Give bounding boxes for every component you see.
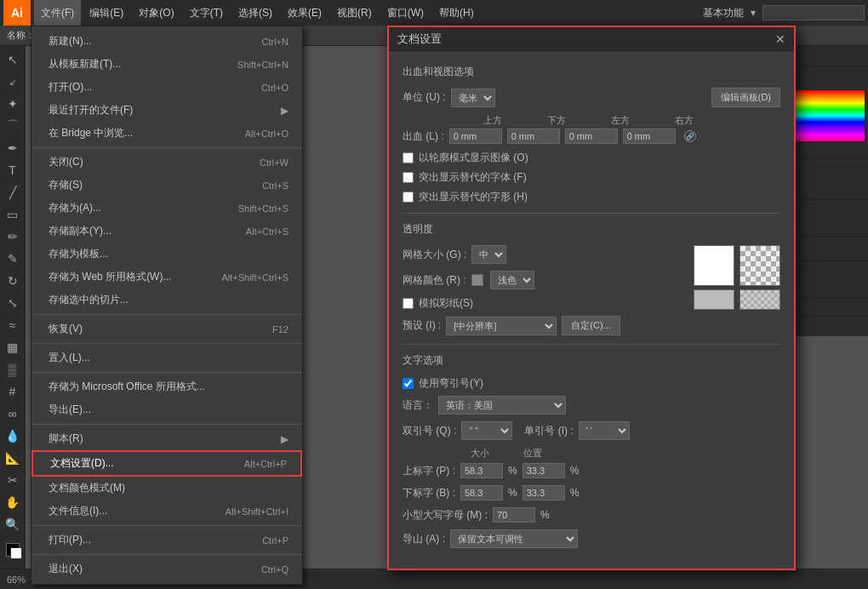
- tool-rect[interactable]: ▭: [3, 204, 23, 225]
- unit-select[interactable]: 毫米: [451, 89, 495, 107]
- stroke-color[interactable]: [10, 547, 22, 559]
- grid-size-select[interactable]: 中: [471, 245, 506, 264]
- menu-new-template[interactable]: 从模板新建(T)... Shift+Ctrl+N: [31, 53, 302, 76]
- tool-mesh[interactable]: #: [3, 381, 23, 402]
- menu-item-help[interactable]: 帮助(H): [432, 0, 481, 26]
- preset-select[interactable]: [中分辨率]: [446, 317, 557, 335]
- menu-item-select[interactable]: 选择(S): [231, 0, 279, 26]
- double-quote-select[interactable]: " ": [461, 421, 512, 440]
- menu-save-web[interactable]: 存储为 Web 所用格式(W)... Alt+Shift+Ctrl+S: [31, 266, 302, 289]
- outline-checkbox-row: 以轮廓模式显示图像 (O): [403, 151, 780, 165]
- custom-button[interactable]: 自定(C)...: [562, 316, 620, 335]
- superscript-size-input[interactable]: [460, 463, 503, 478]
- tool-select[interactable]: ↖: [3, 49, 23, 70]
- tool-slice[interactable]: ✂: [3, 470, 23, 490]
- grid-color-row: 网格颜色 (R) : 浅色: [403, 271, 683, 289]
- app-logo: Ai: [3, 0, 31, 26]
- tool-rotate[interactable]: ↻: [3, 271, 23, 291]
- use-quotes-checkbox[interactable]: [403, 378, 414, 389]
- outline-checkbox[interactable]: [403, 152, 414, 163]
- export-select[interactable]: 保留文本可调性: [450, 529, 578, 548]
- tool-lasso[interactable]: ⌒: [3, 116, 23, 136]
- menu-close-shortcut: Ctrl+W: [260, 157, 288, 168]
- menu-item-object[interactable]: 对象(O): [132, 0, 180, 26]
- menu-scripts[interactable]: 脚本(R) ▶: [31, 427, 302, 450]
- highlight-fonts-row: 突出显示替代的字体 (F): [403, 170, 780, 185]
- menu-close[interactable]: 关闭(C) Ctrl+W: [31, 151, 302, 174]
- fill-color[interactable]: [6, 543, 20, 557]
- menu-bridge[interactable]: 在 Bridge 中浏览... Alt+Ctrl+O: [31, 122, 302, 145]
- tool-line[interactable]: ╱: [3, 182, 23, 203]
- bleed-top-input[interactable]: [449, 129, 502, 144]
- top-label: 上方: [460, 114, 524, 127]
- menu-item-edit[interactable]: 编辑(E): [83, 0, 130, 26]
- tool-paintbrush[interactable]: ✏: [3, 226, 23, 247]
- workspace-arrow[interactable]: ▾: [751, 7, 756, 19]
- subscript-pos-input[interactable]: [523, 485, 565, 500]
- bleed-right-input[interactable]: [623, 129, 676, 144]
- menu-exit[interactable]: 退出(X) Ctrl+Q: [31, 558, 302, 580]
- menu-save-ms[interactable]: 存储为 Microsoft Office 所用格式...: [31, 375, 302, 398]
- highlight-fonts-checkbox[interactable]: [403, 172, 414, 183]
- grid-color-select[interactable]: 浅色: [490, 271, 534, 289]
- superscript-pos-input[interactable]: [523, 463, 565, 478]
- menu-open[interactable]: 打开(O)... Ctrl+O: [31, 76, 302, 99]
- transparency-controls: 网格大小 (G) : 中 网格颜色 (R) : 浅色 模拟彩纸(S): [403, 245, 683, 316]
- tool-type[interactable]: T: [3, 160, 23, 180]
- menu-save-template[interactable]: 存储为模板...: [31, 243, 302, 266]
- menu-item-effect[interactable]: 效果(E): [281, 0, 328, 26]
- menu-export[interactable]: 导出(E)...: [31, 398, 302, 421]
- language-select[interactable]: 英语：美国: [438, 396, 566, 415]
- workspace-label: 基本功能: [703, 6, 744, 20]
- menu-print[interactable]: 打印(P)... Ctrl+P: [31, 529, 302, 552]
- simulate-paper-checkbox[interactable]: [403, 298, 414, 309]
- menu-new[interactable]: 新建(N)... Ctrl+N: [31, 30, 302, 53]
- tool-pen[interactable]: ✒: [3, 138, 23, 158]
- subscript-size-input[interactable]: [460, 485, 503, 500]
- tool-blend[interactable]: ∞: [3, 403, 23, 424]
- link-icon: 🔗: [686, 133, 694, 140]
- tool-hand[interactable]: ✋: [3, 492, 23, 512]
- menu-place[interactable]: 置入(L)...: [31, 346, 302, 369]
- document-settings-dialog: 文档设置 ✕ 出血和视图选项 单位 (U) : 毫米 编辑画板(D) 上方 下方…: [387, 26, 796, 570]
- tool-warp[interactable]: ≈: [3, 315, 23, 335]
- menu-recent[interactable]: 最近打开的文件(F) ▶: [31, 99, 302, 122]
- menu-item-file[interactable]: 文件(F): [34, 0, 81, 26]
- bleed-bottom-input[interactable]: [507, 129, 560, 144]
- tool-zoom[interactable]: 🔍: [3, 514, 23, 535]
- dialog-close-button[interactable]: ✕: [775, 32, 785, 46]
- tool-gradient[interactable]: ▒: [3, 359, 23, 380]
- tool-scale[interactable]: ⤡: [3, 293, 23, 313]
- highlight-glyphs-checkbox[interactable]: [403, 192, 414, 203]
- tool-eyedropper[interactable]: 💧: [3, 426, 23, 446]
- menu-item-type[interactable]: 文字(T): [183, 0, 230, 26]
- bleed-left-input[interactable]: [565, 129, 618, 144]
- menu-revert[interactable]: 恢复(V) F12: [31, 317, 302, 340]
- menu-save-as[interactable]: 存储为(A)... Shift+Ctrl+S: [31, 197, 302, 220]
- tool-pencil[interactable]: ✎: [3, 249, 23, 269]
- link-bleed-button[interactable]: 🔗: [684, 130, 696, 142]
- tool-direct-select[interactable]: ↙: [3, 71, 23, 92]
- simulate-paper-row: 模拟彩纸(S): [403, 296, 683, 311]
- menu-item-view[interactable]: 视图(R): [330, 0, 379, 26]
- menu-bridge-label: 在 Bridge 中浏览...: [49, 126, 133, 140]
- menu-save[interactable]: 存储(S) Ctrl+S: [31, 174, 302, 197]
- menu-doc-settings[interactable]: 文档设置(D)... Alt+Ctrl+P: [31, 450, 302, 477]
- preview-row-1: [694, 245, 780, 286]
- menu-file-info[interactable]: 文件信息(I)... Alt+Shift+Ctrl+I: [31, 500, 302, 523]
- menu-item-window[interactable]: 窗口(W): [380, 0, 431, 26]
- single-quote-select[interactable]: ' ': [579, 421, 630, 440]
- search-input[interactable]: [762, 5, 865, 20]
- grid-color-swatch[interactable]: [471, 274, 483, 286]
- tool-measure[interactable]: 📐: [3, 448, 23, 468]
- size-header: 大小: [471, 447, 489, 460]
- edit-canvas-button[interactable]: 编辑画板(D): [711, 88, 780, 107]
- unit-row: 单位 (U) : 毫米 编辑画板(D): [403, 88, 780, 107]
- dialog-title: 文档设置: [397, 31, 775, 47]
- menu-save-selected[interactable]: 存储选中的切片...: [31, 289, 302, 312]
- menu-doc-color[interactable]: 文档颜色模式(M): [31, 477, 302, 500]
- smallcaps-input[interactable]: [493, 507, 535, 523]
- menu-save-copy[interactable]: 存储副本(Y)... Alt+Ctrl+S: [31, 220, 302, 243]
- tool-magic-wand[interactable]: ✦: [3, 94, 23, 114]
- tool-graph[interactable]: ▦: [3, 337, 23, 357]
